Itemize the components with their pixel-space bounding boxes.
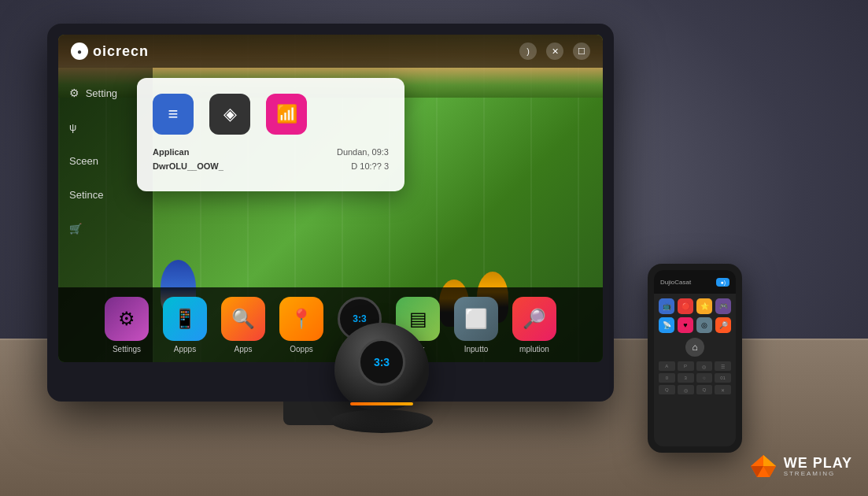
watermark-brand: WE PLAY bbox=[784, 456, 852, 470]
phone-cast-button[interactable]: ●) bbox=[716, 278, 729, 287]
tv-popup: ≡ ◈ 📶 Applican Dundan, 09:3 DwrOLU__OOW_… bbox=[137, 78, 404, 191]
app-icon-settings: ⚙ bbox=[105, 297, 149, 341]
tv-screen-icon[interactable]: ☐ bbox=[573, 43, 590, 60]
popup-row-1: Applican Dundan, 09:3 bbox=[153, 147, 389, 157]
popup-app-2[interactable]: ◈ bbox=[209, 94, 250, 135]
phone-key-3[interactable]: 3 bbox=[678, 373, 694, 383]
speaker-display: 3:3 bbox=[358, 339, 405, 386]
popup-app-3[interactable]: 📶 bbox=[266, 94, 307, 135]
tv-back-icon[interactable]: ) bbox=[519, 43, 537, 60]
app-label-mplution: mplution bbox=[519, 345, 549, 353]
watermark-logo bbox=[749, 452, 778, 480]
sidebar-item-settings2[interactable]: Setince bbox=[69, 186, 142, 204]
app-label-input: Inputto bbox=[464, 345, 489, 353]
phone-app-2[interactable]: 🔴 bbox=[678, 298, 693, 314]
tv-close-icon[interactable]: ✕ bbox=[546, 43, 563, 60]
app-item-appps[interactable]: 📱 Appps bbox=[163, 297, 207, 353]
sidebar-item-setting[interactable]: ⚙ Setting bbox=[69, 83, 142, 102]
svg-marker-1 bbox=[763, 455, 776, 466]
speaker-light bbox=[350, 402, 413, 405]
popup-row-label-1: Applican bbox=[153, 147, 189, 157]
speaker-body: 3:3 bbox=[334, 323, 429, 409]
app-label-apps: Apps bbox=[235, 345, 253, 353]
tv-topbar: ● oicrecn ) ✕ ☐ bbox=[58, 35, 603, 68]
popup-row-value-1: Dundan, 09:3 bbox=[337, 147, 389, 157]
watermark: WE PLAY STREAMING bbox=[749, 452, 852, 480]
phone-screen: DujioCasat ●) 📺 🔴 ⭐ 🎮 📡 ♥ ◎ 🔎 ⌂ A P ◎ ☰ … bbox=[654, 270, 736, 446]
popup-app-1[interactable]: ≡ bbox=[153, 94, 194, 135]
phone-key-menu[interactable]: ☰ bbox=[715, 361, 731, 371]
phone-app-3[interactable]: ⭐ bbox=[696, 298, 712, 314]
phone-key-x[interactable]: ✕ bbox=[715, 385, 731, 394]
phone-apps-grid: 📺 🔴 ⭐ 🎮 📡 ♥ ◎ 🔎 bbox=[654, 294, 736, 338]
watermark-text: WE PLAY STREAMING bbox=[784, 456, 852, 477]
phone-key-o[interactable]: ◎ bbox=[696, 361, 713, 371]
sidebar-item-screen[interactable]: Sceen bbox=[69, 152, 142, 170]
app-icon-mplution: 🔎 bbox=[512, 297, 556, 341]
app-item-apps[interactable]: 🔍 Apps bbox=[221, 297, 265, 353]
popup-row-2: DwrOLU__OOW_ D 10:?? 3 bbox=[153, 161, 389, 171]
phone-key-circle[interactable]: ○ bbox=[696, 373, 713, 383]
app-item-input[interactable]: ⬜ Inputto bbox=[454, 297, 498, 353]
phone-keypad: A P ◎ ☰ 0 3 ○ 01 Q ◎ Q ✕ bbox=[654, 361, 736, 394]
phone-app-4[interactable]: 🎮 bbox=[715, 298, 731, 314]
speaker-time: 3:3 bbox=[374, 356, 390, 368]
phone-key-0[interactable]: 0 bbox=[659, 373, 675, 383]
app-item-settings[interactable]: ⚙ Settings bbox=[105, 297, 149, 353]
tv-logo: ● oicrecn bbox=[71, 43, 149, 60]
phone-home-button[interactable]: ⌂ bbox=[685, 338, 704, 357]
popup-row-label-2: DwrOLU__OOW_ bbox=[153, 161, 223, 171]
phone-key-o2[interactable]: ◎ bbox=[678, 385, 694, 394]
phone-topbar: DujioCasat ●) bbox=[654, 270, 736, 294]
sidebar-label-screen: Sceen bbox=[69, 155, 98, 167]
phone-app-8[interactable]: 🔎 bbox=[715, 317, 731, 333]
sidebar-label-setting: Setting bbox=[86, 87, 117, 99]
smartphone: DujioCasat ●) 📺 🔴 ⭐ 🎮 📡 ♥ ◎ 🔎 ⌂ A P ◎ ☰ … bbox=[648, 264, 742, 453]
phone-topbar-label: DujioCasat bbox=[660, 279, 691, 286]
cart-icon: 🛒 bbox=[69, 223, 82, 235]
smart-speaker: 3:3 bbox=[331, 323, 433, 433]
app-icon-oopps: 📍 bbox=[279, 297, 323, 341]
tv-ui: ● oicrecn ) ✕ ☐ ⚙ Setting ψ bbox=[58, 35, 603, 362]
phone-app-1[interactable]: 📺 bbox=[659, 298, 674, 314]
phone-app-7[interactable]: ◎ bbox=[696, 317, 712, 333]
popup-apps-row: ≡ ◈ 📶 bbox=[153, 94, 389, 135]
app-item-oopps[interactable]: 📍 Oopps bbox=[279, 297, 323, 353]
phone-key-a[interactable]: A bbox=[659, 361, 675, 371]
tv-screen: ● oicrecn ) ✕ ☐ ⚙ Setting ψ bbox=[58, 35, 603, 362]
app-icon-apps: 🔍 bbox=[221, 297, 265, 341]
sidebar-label-psi: ψ bbox=[69, 121, 76, 133]
phone-key-01[interactable]: 01 bbox=[715, 373, 731, 383]
sidebar-label-settings2: Setince bbox=[69, 189, 103, 201]
sidebar-item-psi[interactable]: ψ bbox=[69, 118, 142, 136]
tv-topbar-right: ) ✕ ☐ bbox=[519, 43, 590, 60]
app-label-oopps: Oopps bbox=[290, 345, 312, 353]
popup-row-value-2: D 10:?? 3 bbox=[351, 161, 389, 171]
phone-key-p[interactable]: P bbox=[678, 361, 694, 371]
app-item-mplution[interactable]: 🔎 mplution bbox=[512, 297, 556, 353]
tv-logo-text: oicrecn bbox=[93, 43, 149, 60]
watermark-sub: STREAMING bbox=[784, 470, 852, 477]
app-label-settings: Settings bbox=[113, 345, 141, 353]
app-icon-input: ⬜ bbox=[454, 297, 498, 341]
sidebar-item-cart[interactable]: 🛒 bbox=[69, 220, 142, 238]
speaker-base bbox=[331, 409, 433, 433]
app-label-appps: Appps bbox=[174, 345, 196, 353]
phone-app-6[interactable]: ♥ bbox=[678, 317, 693, 333]
phone-key-q[interactable]: Q bbox=[659, 385, 675, 394]
tv-logo-icon: ● bbox=[71, 43, 88, 60]
watermark-logo-svg bbox=[749, 452, 778, 480]
setting-icon: ⚙ bbox=[69, 87, 79, 99]
phone-app-5[interactable]: 📡 bbox=[659, 317, 674, 333]
app-icon-appps: 📱 bbox=[163, 297, 207, 341]
phone-key-q2[interactable]: Q bbox=[696, 385, 713, 394]
